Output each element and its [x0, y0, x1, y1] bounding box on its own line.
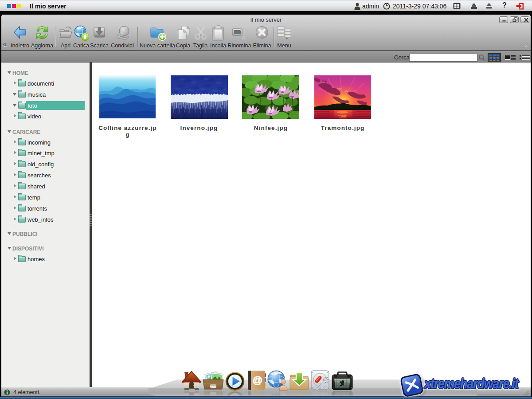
svg-text:@: @ [253, 375, 262, 386]
svg-text:@: @ [253, 395, 262, 395]
